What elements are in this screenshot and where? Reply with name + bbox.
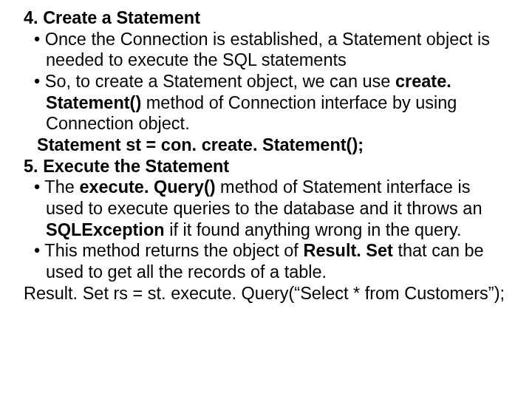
bullet-4-1: Once the Connection is established, a St… <box>24 29 508 71</box>
bullet-5-1: The execute. Query() method of Statement… <box>24 177 508 240</box>
bullet-5-1-d: SQLException <box>46 220 165 239</box>
code-4: Statement st = con. create. Statement(); <box>24 134 508 156</box>
bullet-5-2-b: Result. Set <box>303 241 392 260</box>
bullet-5-2-a: This method returns the object of <box>44 241 303 260</box>
bullet-5-1-e: if it found anything wrong in the query. <box>165 220 462 239</box>
bullet-4-1-text: Once the Connection is established, a St… <box>45 30 490 70</box>
bullet-4-2-a: So, to create a Statement object, we can… <box>45 72 395 91</box>
heading-4-text: 4. Create a Statement <box>24 8 200 27</box>
heading-5: 5. Execute the Statement <box>24 156 508 177</box>
code-5: Result. Set rs = st. execute. Query(“Sel… <box>24 283 508 304</box>
bullet-5-1-b: execute. Query() <box>79 177 215 197</box>
heading-4: 4. Create a Statement <box>24 7 508 29</box>
heading-5-text: 5. Execute the Statement <box>24 157 229 176</box>
bullet-5-2: This method returns the object of Result… <box>24 240 508 282</box>
slide: 4. Create a Statement Once the Connectio… <box>0 0 532 399</box>
code-4-text: Statement st = con. create. Statement(); <box>37 135 364 154</box>
bullet-5-1-a: The <box>44 177 79 197</box>
code-5-text: Result. Set rs = st. execute. Query(“Sel… <box>24 284 505 303</box>
bullet-4-2: So, to create a Statement object, we can… <box>24 71 508 134</box>
